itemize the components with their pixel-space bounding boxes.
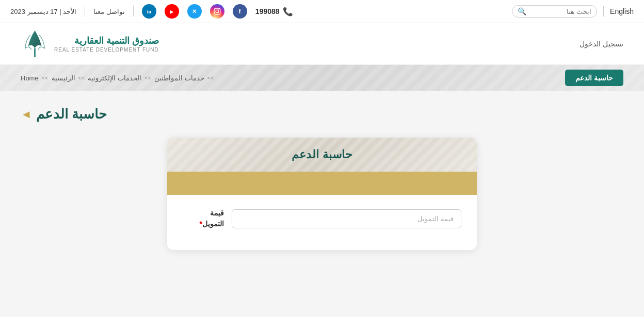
breadcrumb-item-eservices[interactable]: الخدمات الإلكترونية xyxy=(88,74,141,82)
search-icon[interactable]: 🔍 xyxy=(518,7,526,15)
page-title: حاسبة الدعم xyxy=(36,106,107,122)
youtube-icon[interactable]: ▶ xyxy=(165,4,179,19)
breadcrumb-sep-1: << xyxy=(42,75,49,81)
login-link[interactable]: تسجيل الدخول xyxy=(579,40,623,48)
search-input[interactable] xyxy=(529,8,591,15)
calc-gold-bar xyxy=(167,172,477,195)
page-title-row: حاسبة الدعم ◄ xyxy=(21,106,623,122)
financing-label-main: قيمة xyxy=(210,209,224,217)
financing-label-sub: التمويل* xyxy=(200,220,224,228)
twitter-icon[interactable]: ✕ xyxy=(187,4,202,19)
financing-value-label: قيمة التمويل* xyxy=(183,208,224,229)
instagram-icon[interactable] xyxy=(210,4,224,19)
logo-arabic: صندوق التنمية العقارية xyxy=(54,35,159,47)
calc-card-body: قيمة التمويل* xyxy=(167,195,477,250)
search-bar: 🔍 xyxy=(512,5,597,18)
logo-area: صندوق التنمية العقارية REAL ESTATE DEVEL… xyxy=(21,28,159,59)
breadcrumb-bar: حاسبة الدعم Home << الرئيسية << الخدمات … xyxy=(0,65,644,91)
breadcrumb-sep-3: << xyxy=(144,75,151,81)
top-bar-left: English 🔍 xyxy=(512,5,634,18)
svg-point-1 xyxy=(216,10,219,13)
divider xyxy=(603,6,604,16)
financing-value-input[interactable] xyxy=(232,209,461,228)
logo-icon xyxy=(21,28,49,59)
financing-field-row: قيمة التمويل* xyxy=(183,208,461,229)
calc-card-title: حاسبة الدعم xyxy=(292,148,352,161)
logo-bar: تسجيل الدخول صندوق التنمية العقارية REAL… xyxy=(0,23,644,65)
top-bar-right: 199088 📞 f ✕ ▶ in تواصل معنا الأحد | 17 … xyxy=(10,4,293,19)
english-language-link[interactable]: English xyxy=(610,7,634,15)
linkedin-icon[interactable]: in xyxy=(142,4,156,19)
facebook-icon[interactable]: f xyxy=(233,4,247,19)
svg-rect-0 xyxy=(214,8,220,14)
breadcrumb: Home << الرئيسية << الخدمات الإلكترونية … xyxy=(21,74,214,82)
breadcrumb-sep-2: << xyxy=(78,75,85,81)
date-text: الأحد | 17 ديسمبر 2023 xyxy=(10,8,76,15)
breadcrumb-item-citizen[interactable]: خدمات المواطنين xyxy=(154,74,204,82)
breadcrumb-item-home[interactable]: Home xyxy=(21,74,39,82)
logo-text: صندوق التنمية العقارية REAL ESTATE DEVEL… xyxy=(54,35,159,53)
page-content: حاسبة الدعم ◄ حاسبة الدعم قيمة التمويل* xyxy=(0,91,644,297)
divider2 xyxy=(133,6,134,16)
calculator-card: حاسبة الدعم قيمة التمويل* xyxy=(167,138,477,250)
phone-number: 199088 xyxy=(255,7,280,15)
breadcrumb-sep-4: << xyxy=(207,75,214,81)
breadcrumb-item-main[interactable]: الرئيسية xyxy=(52,74,75,82)
logo-english: REAL ESTATE DEVELOPMENT FUND xyxy=(54,47,159,53)
calculator-tab-button[interactable]: حاسبة الدعم xyxy=(565,70,623,86)
phone-icon: 📞 xyxy=(283,7,293,16)
title-arrow-icon: ◄ xyxy=(21,108,32,121)
required-star: * xyxy=(200,220,202,228)
svg-point-2 xyxy=(218,9,219,10)
top-bar: English 🔍 199088 📞 f ✕ ▶ in تواصل معنا ا… xyxy=(0,0,644,23)
calc-card-header: حاسبة الدعم xyxy=(167,138,477,172)
contact-link[interactable]: تواصل معنا xyxy=(93,8,125,15)
divider3 xyxy=(85,6,85,16)
phone-block: 199088 📞 xyxy=(255,7,293,16)
